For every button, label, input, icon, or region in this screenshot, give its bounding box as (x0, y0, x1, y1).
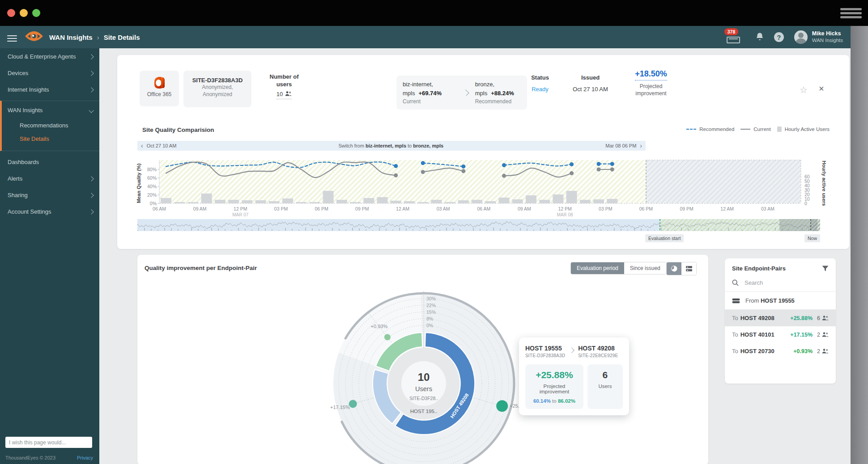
chevron-right-icon (89, 71, 94, 76)
sidebar-item-internet-insights[interactable]: Internet Insights (0, 81, 99, 98)
filter-icon[interactable] (822, 266, 829, 271)
chevron-right-icon (89, 87, 94, 92)
site-anon-line1: Anonymized, (183, 84, 251, 91)
svg-text:12 AM: 12 AM (720, 206, 734, 211)
window-minimize-button[interactable] (20, 9, 28, 17)
chevron-right-icon (89, 209, 94, 214)
banner-message: Switch from biz-internet, mpls to bronze… (176, 143, 605, 148)
status-value: Ready (520, 86, 560, 93)
thousandeyes-logo-icon[interactable] (25, 30, 43, 45)
endpoint-pair-row[interactable]: ToHOST 49208+25.88%6 (725, 310, 836, 326)
favorite-star-icon[interactable]: ☆ (800, 84, 808, 95)
sidebar-subitem-recommendations[interactable]: Recommendations (2, 118, 99, 132)
toggle-evaluation-period[interactable]: Evaluation period (571, 262, 624, 274)
svg-text:06 PM: 06 PM (639, 206, 653, 211)
window-menu-icon[interactable] (840, 6, 862, 20)
projected-improvement-value[interactable]: +18.50% (635, 69, 667, 80)
application-name: Office 365 (140, 91, 179, 97)
svg-text:60%: 60% (147, 175, 157, 181)
breadcrumb-root[interactable]: WAN Insights (49, 34, 93, 41)
radial-improvement-chart[interactable]: 0%8%15%22%30%+25.88%+17.15%+0.93%HOST 49… (300, 282, 550, 464)
svg-text:Users: Users (415, 385, 432, 392)
window-zoom-button[interactable] (32, 9, 40, 17)
alerts-count-badge: 378 (724, 28, 739, 35)
svg-text:12 PM: 12 PM (234, 206, 247, 211)
site-id: SITE-D3F2838A3D (183, 77, 251, 84)
legend-item: Current (740, 127, 770, 132)
tooltip-improvement-box: +25.88% Projected improvement 60.14% to … (525, 364, 583, 409)
pair-improvement: +17.15% (790, 332, 813, 338)
svg-text:22%: 22% (426, 303, 436, 308)
device-alerts-icon[interactable]: 378 (724, 28, 742, 46)
pairs-title: Site Endpoint-Pairs (732, 265, 822, 272)
pie-view-button[interactable] (667, 262, 681, 275)
users-label: Number of users (267, 73, 301, 88)
sidebar-toggle-icon[interactable] (7, 34, 17, 41)
svg-text:12 AM: 12 AM (396, 206, 409, 211)
svg-text:09 AM: 09 AM (518, 206, 531, 211)
svg-text:20%: 20% (147, 192, 157, 198)
endpoint-pair-row[interactable]: ToHOST 20730+0.93%2 (725, 343, 836, 359)
timeline-brush[interactable] (137, 219, 820, 233)
path-comparison-group: biz-internet, mpls+69.74% Current bronze… (396, 76, 527, 110)
user-info[interactable]: Mike Hicks WAN Insights (812, 30, 843, 44)
chevron-right-icon (89, 176, 94, 181)
sidebar-item-account-settings[interactable]: Account Settings (0, 203, 99, 220)
pair-users: 6 (817, 315, 829, 321)
svg-text:09 AM: 09 AM (193, 206, 207, 211)
qi-period-toggle: Evaluation periodSince issued (570, 262, 667, 274)
privacy-link[interactable]: Privacy (77, 455, 93, 460)
device-icon (727, 37, 740, 43)
svg-text:MAR 08: MAR 08 (557, 212, 574, 217)
svg-text:+0.93%: +0.93% (371, 324, 388, 329)
banner-prev-icon[interactable]: ‹ (137, 141, 147, 150)
svg-text:03 PM: 03 PM (599, 206, 612, 211)
pair-improvement: +0.93% (793, 348, 813, 354)
banner-next-icon[interactable]: › (636, 141, 646, 150)
svg-text:SITE-D3F28..: SITE-D3F28.. (409, 396, 438, 401)
sidebar-item-sharing[interactable]: Sharing (0, 187, 99, 203)
users-icon (285, 91, 292, 97)
pairs-search[interactable] (725, 276, 836, 292)
site-quality-chart[interactable]: 0%20%40%60%80%Mean Quality (%)0102030405… (134, 157, 835, 220)
qi-view-switch (666, 262, 697, 275)
svg-text:0%: 0% (426, 323, 433, 328)
close-icon[interactable]: × (819, 84, 824, 94)
tooltip-users-box: 6 Users (587, 364, 623, 409)
chevron-right-icon (463, 89, 469, 96)
sidebar-item-devices[interactable]: Devices (0, 65, 99, 81)
site-tile[interactable]: SITE-D3F2838A3D Anonymized, Anonymized (183, 71, 251, 107)
user-avatar[interactable] (794, 30, 808, 44)
sidebar-footer: ThousandEyes © 2023 Privacy (5, 455, 93, 460)
breadcrumb-separator: › (97, 34, 99, 41)
table-view-button[interactable] (681, 262, 696, 275)
endpoint-pair-tooltip: HOST 19555 SITE-D3F2838A3D HOST 49208 SI… (519, 337, 629, 415)
svg-text:0%: 0% (150, 201, 157, 206)
sidebar-item-alerts[interactable]: Alerts (0, 170, 99, 187)
sidebar-item-cloud-enterprise-agents[interactable]: Cloud & Enterprise Agents (0, 48, 99, 65)
toggle-since-issued[interactable]: Since issued (624, 262, 666, 274)
svg-text:MAR 07: MAR 07 (232, 212, 249, 217)
site-endpoint-pairs-card: Site Endpoint-Pairs From HOST 19555 ToHO… (725, 258, 836, 384)
svg-text:06 PM: 06 PM (315, 206, 328, 211)
window-close-button[interactable] (7, 9, 15, 17)
endpoint-pair-row[interactable]: ToHOST 40101+17.15%2 (725, 326, 836, 343)
sidebar-group-wan-insights: WAN InsightsRecommendationsSite Details (0, 101, 99, 151)
users-value[interactable]: 10 (277, 91, 292, 99)
banner-start-time: Oct 27 10 AM (147, 143, 177, 148)
application-tile[interactable]: Office 365 (140, 71, 179, 106)
sidebar-item-wan-insights[interactable]: WAN Insights (2, 102, 99, 118)
svg-text:12 PM: 12 PM (558, 206, 571, 211)
server-icon (732, 298, 740, 304)
feedback-input[interactable] (5, 437, 92, 448)
pairs-search-input[interactable] (744, 279, 813, 287)
banner-end-time: Mar 08 06 PM (605, 143, 636, 148)
sidebar-subitem-site-details[interactable]: Site Details (2, 132, 99, 145)
help-icon[interactable]: ? (774, 32, 784, 42)
notifications-bell-icon[interactable] (755, 32, 764, 42)
pairs-from-row[interactable]: From HOST 19555 (725, 292, 836, 310)
window-title-bar (0, 0, 868, 26)
sidebar-item-dashboards[interactable]: Dashboards (0, 154, 99, 170)
evaluation-start-chip: Evaluation start (645, 234, 684, 242)
svg-text:30%: 30% (426, 296, 436, 301)
